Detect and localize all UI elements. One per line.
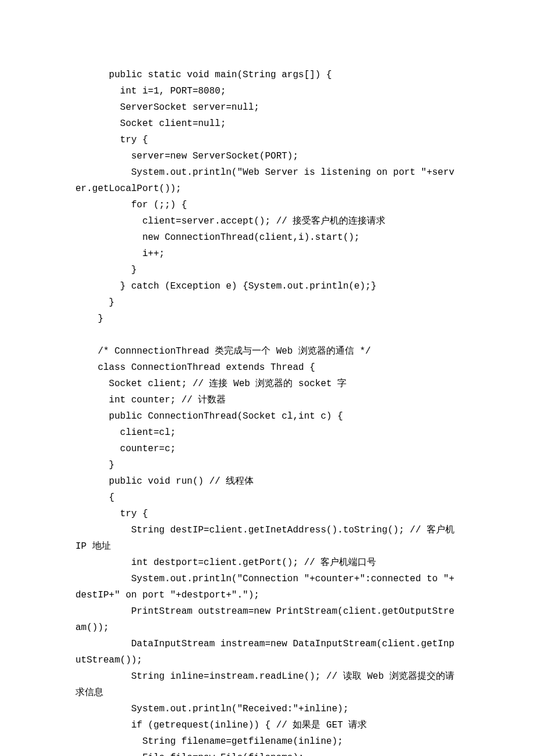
code-document: public static void main(String args[]) {… [0,0,534,756]
code-content: public static void main(String args[]) {… [75,70,454,756]
